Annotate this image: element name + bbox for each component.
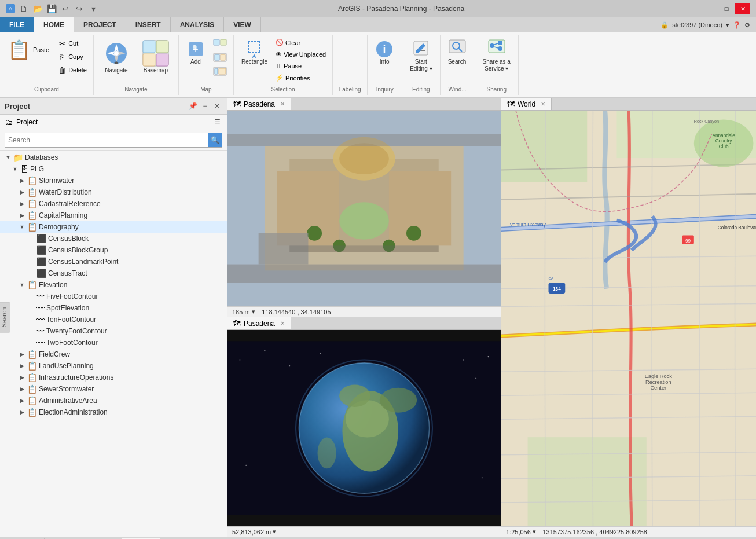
settings-icon[interactable]: ⚙ (744, 21, 750, 29)
qat-undo-button[interactable]: ↩ (59, 2, 72, 15)
search-submit-button[interactable]: 🔍 (208, 133, 222, 147)
tab-home[interactable]: HOME (34, 17, 74, 32)
rectangle-button[interactable]: Rectangle (237, 37, 271, 68)
map-right-pane: 🗺 World ✕ (501, 98, 756, 537)
qat-open-button[interactable]: 📂 (31, 2, 44, 15)
tab-pasadena-bottom[interactable]: 🗺 Pasadena ✕ (227, 317, 291, 329)
toggle-waterdistribution[interactable]: ▶ (19, 189, 25, 196)
sidebar-close-button[interactable]: ✕ (212, 101, 222, 111)
tree-item-tenfootcontour[interactable]: 〰 TenFootContour (0, 314, 227, 325)
tree-item-electionadministration[interactable]: ▶ 📋 ElectionAdministration (0, 406, 227, 418)
tree-item-twofootcontour[interactable]: 〰 TwoFootContour (0, 337, 227, 349)
basemap-button[interactable]: Basemap (137, 37, 175, 76)
cut-button[interactable]: ✂ Cut (54, 37, 90, 50)
restore-button[interactable]: □ (719, 3, 734, 14)
toggle-stormwater[interactable]: ▶ (19, 177, 25, 184)
start-editing-button[interactable]: StartEditing ▾ (406, 37, 436, 75)
tree-item-stormwater[interactable]: ▶ 📋 Stormwater (0, 175, 227, 186)
toggle-administrativearea[interactable]: ▶ (19, 397, 25, 404)
pause-button[interactable]: ⏸ Pause (273, 61, 329, 71)
priorities-button[interactable]: ⚡ Priorities (273, 72, 329, 83)
toggle-electionadministration[interactable]: ▶ (19, 409, 25, 416)
user-dropdown-icon[interactable]: ▾ (726, 21, 729, 29)
tree-item-databases[interactable]: ▼ 📁 Databases (0, 152, 227, 163)
clear-button[interactable]: 🚫 Clear (273, 37, 329, 48)
navigate-button[interactable]: ◀▶ Navigate (97, 37, 135, 76)
tab-close-bottom[interactable]: ✕ (280, 320, 285, 327)
paste-button[interactable]: 📋 Paste (3, 37, 53, 63)
bottom-map-viewport[interactable] (227, 330, 501, 526)
toggle-landuseplanning[interactable]: ▶ (19, 362, 25, 369)
search-ribbon-button[interactable]: Search (444, 37, 471, 68)
svg-text:99: 99 (685, 239, 691, 244)
minimize-button[interactable]: − (703, 3, 718, 14)
tree-item-demography[interactable]: ▼ 📋 Demography (0, 221, 227, 233)
sharing-items: Share as aService ▾ (479, 36, 515, 83)
tab-world[interactable]: 🗺 World ✕ (501, 98, 552, 110)
delete-button[interactable]: 🗑 Delete (54, 64, 90, 76)
tree-item-censuslandmarkpoint[interactable]: ⬛ CensusLandmarkPoint (0, 256, 227, 267)
tab-file[interactable]: FILE (0, 17, 34, 32)
map-icon2[interactable] (210, 51, 230, 64)
world-map-viewport[interactable]: 134 CA Eagle Rock Recreation Center Colo… (501, 111, 756, 526)
toggle-sewerstormwater[interactable]: ▶ (19, 386, 25, 393)
toggle-fieldcrew[interactable]: ▶ (19, 351, 25, 358)
add-button[interactable]: + 📄 Add (182, 37, 209, 68)
tree-item-cadastralreference[interactable]: ▶ 📋 CadastralReference (0, 198, 227, 210)
toggle-capitalplanning[interactable]: ▶ (19, 212, 25, 219)
toggle-cadastralreference[interactable]: ▶ (19, 200, 25, 207)
qat-new-button[interactable]: 🗋 (17, 2, 30, 15)
search-input[interactable] (5, 134, 208, 146)
copy-button[interactable]: ⎘ Copy (54, 50, 90, 63)
tree-item-censusblock[interactable]: ⬛ CensusBlock (0, 233, 227, 244)
tab-project[interactable]: PROJECT (74, 17, 126, 32)
tree-item-censustract[interactable]: ⬛ CensusTract (0, 267, 227, 279)
toggle-plg[interactable]: ▼ (12, 166, 19, 173)
bottom-scale-dropdown[interactable]: ▾ (273, 528, 276, 536)
world-scale-dropdown[interactable]: ▾ (533, 528, 536, 536)
close-button[interactable]: ✕ (735, 3, 750, 14)
tree-item-sewerstormwater[interactable]: ▶ 📋 SewerStormwater (0, 383, 227, 395)
top-map-viewport[interactable] (227, 111, 501, 306)
tree-item-fieldcrew[interactable]: ▶ 📋 FieldCrew (0, 349, 227, 360)
tree-item-waterdistribution[interactable]: ▶ 📋 WaterDistribution (0, 186, 227, 198)
qat-redo-button[interactable]: ↪ (73, 2, 86, 15)
map-icon1[interactable] (210, 37, 230, 50)
info-button[interactable]: i Info (371, 37, 398, 68)
tree-item-plg[interactable]: ▼ 🗄 PLG (0, 163, 227, 175)
svg-text:Recreation: Recreation (645, 379, 671, 385)
tab-pasadena-top[interactable]: 🗺 Pasadena ✕ (227, 98, 291, 110)
help-icon[interactable]: ❓ (733, 21, 741, 29)
tree-item-censusblockgroup[interactable]: ⬛ CensusBlockGroup (0, 244, 227, 256)
tree-item-administrativearea[interactable]: ▶ 📋 AdministrativeArea (0, 395, 227, 406)
selection-items: Rectangle 🚫 Clear 👁 View Unplaced ⏸ Paus… (237, 36, 329, 83)
toggle-databases[interactable]: ▼ (5, 154, 12, 161)
tree-item-spotelevation[interactable]: 〰 SpotElevation (0, 302, 227, 314)
qat-dropdown-button[interactable]: ▾ (87, 2, 100, 15)
delete-icon: 🗑 (57, 65, 67, 75)
map-icon3[interactable] (210, 65, 230, 78)
tree-item-landuseplanning[interactable]: ▶ 📋 LandUsePlanning (0, 360, 227, 372)
tab-view[interactable]: VIEW (224, 17, 261, 32)
tree-item-elevation[interactable]: ▼ 📋 Elevation (0, 279, 227, 291)
top-scale-dropdown[interactable]: ▾ (252, 308, 255, 316)
toggle-elevation[interactable]: ▼ (19, 281, 25, 288)
project-options-button[interactable]: ☰ (212, 117, 222, 127)
tab-insert[interactable]: INSERT (126, 17, 171, 32)
sidebar-minimize-button[interactable]: − (200, 101, 210, 111)
tree-item-fivefootcontour[interactable]: 〰 FiveFootContour (0, 291, 227, 302)
navigate-items: ◀▶ Navigate Bas (97, 36, 175, 83)
tree-item-twentyfootcontour[interactable]: 〰 TwentyFootContour (0, 325, 227, 337)
toggle-demography[interactable]: ▼ (19, 223, 25, 230)
qat-save-button[interactable]: 💾 (45, 2, 58, 15)
svg-point-60 (463, 359, 464, 360)
tab-close-top[interactable]: ✕ (280, 101, 285, 107)
sidebar-pin-button[interactable]: 📌 (188, 101, 198, 111)
tab-close-world[interactable]: ✕ (541, 101, 545, 107)
share-as-service-button[interactable]: Share as aService ▾ (479, 37, 515, 75)
tree-item-capitalplanning[interactable]: ▶ 📋 CapitalPlanning (0, 210, 227, 221)
view-unplaced-button[interactable]: 👁 View Unplaced (273, 49, 329, 60)
tree-item-infrastructureoperations[interactable]: ▶ 📋 InfrastructureOperations (0, 372, 227, 383)
toggle-infrastructureoperations[interactable]: ▶ (19, 374, 25, 381)
tab-analysis[interactable]: ANALYSIS (171, 17, 225, 32)
